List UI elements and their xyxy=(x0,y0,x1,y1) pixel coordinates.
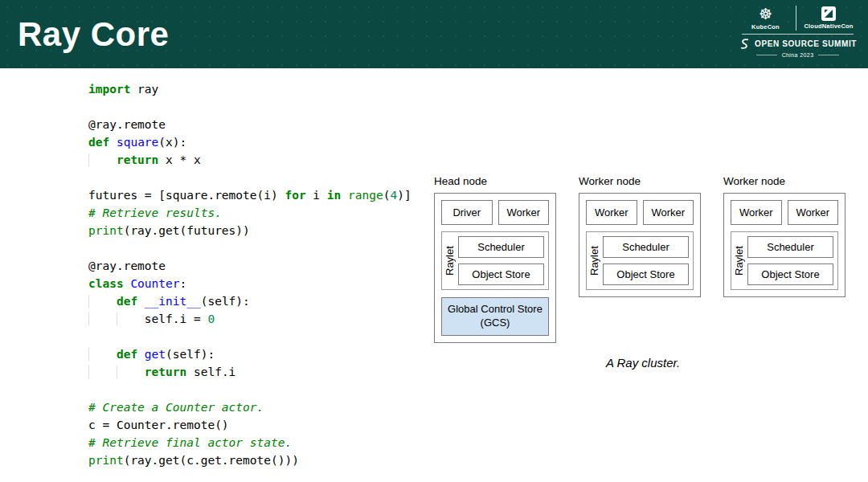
process-box-worker: Worker xyxy=(498,200,550,225)
code-token: square xyxy=(117,136,158,149)
code-token: def xyxy=(88,136,109,149)
indent-guide-line xyxy=(88,295,89,308)
code-token: ray xyxy=(130,83,158,96)
code-token: # Retrieve results. xyxy=(88,206,222,219)
code-token: range xyxy=(348,189,383,202)
node-title: Worker node xyxy=(723,175,845,187)
code-token: 0 xyxy=(207,312,215,325)
code-token: # Retrieve final actor state. xyxy=(88,436,292,449)
code-token: x * x xyxy=(158,153,200,166)
global-control-store-box: Global Control Store (GCS) xyxy=(441,297,549,336)
code-token: get xyxy=(145,348,166,361)
location-rule-left xyxy=(756,55,777,55)
raylet-stack: SchedulerObject Store xyxy=(603,236,689,285)
code-token: return xyxy=(145,366,186,378)
node-title: Worker node xyxy=(579,175,701,187)
node-box: WorkerWorkerRayletSchedulerObject Store xyxy=(579,193,701,297)
process-row: WorkerWorker xyxy=(731,200,838,225)
code-line: futures = [square.remote(i) for i in ran… xyxy=(88,186,411,204)
indent-guide-line xyxy=(117,312,117,325)
code-line xyxy=(88,98,411,116)
code-line xyxy=(88,169,411,186)
component-box-scheduler: Scheduler xyxy=(747,236,833,258)
code-line xyxy=(88,239,411,257)
code-line xyxy=(88,381,411,398)
code-line: self.i = 0 xyxy=(88,310,411,328)
cloudnativecon-label: CloudNativeCon xyxy=(804,22,853,30)
code-token: (self): xyxy=(166,348,215,361)
code-token: print xyxy=(88,454,124,467)
code-token: 4 xyxy=(390,189,397,202)
code-token: (ray.get(c.get.remote())) xyxy=(124,454,299,467)
code-token: @ray.remote xyxy=(88,259,166,272)
code-line: # Create a Counter actor. xyxy=(88,398,411,416)
code-line: def square(x): xyxy=(88,133,411,151)
process-box-driver: Driver xyxy=(441,200,493,225)
indent-guide-line xyxy=(117,366,117,378)
code-token: class xyxy=(88,277,124,290)
code-line: c = Counter.remote() xyxy=(88,416,411,434)
code-line: def __init__(self): xyxy=(88,292,411,310)
slide-content: import ray @ray.remotedef square(x): ret… xyxy=(0,68,868,482)
raylet-group: RayletSchedulerObject Store xyxy=(441,231,549,290)
process-box-worker: Worker xyxy=(586,200,637,225)
code-token: : xyxy=(180,277,187,290)
component-box-scheduler: Scheduler xyxy=(603,236,689,258)
process-box-worker: Worker xyxy=(788,200,839,225)
raylet-stack: SchedulerObject Store xyxy=(747,236,833,285)
code-token: (ray.get(futures)) xyxy=(124,224,250,237)
code-line xyxy=(88,328,411,345)
code-line: # Retrieve final actor state. xyxy=(88,434,411,451)
component-box-scheduler: Scheduler xyxy=(458,236,544,258)
code-line: class Counter: xyxy=(88,275,411,292)
code-line: print(ray.get(futures)) xyxy=(88,222,411,239)
process-box-worker: Worker xyxy=(731,200,782,225)
cloudnativecon-logo: CloudNativeCon xyxy=(804,6,853,30)
code-token: return xyxy=(117,153,158,166)
process-row: DriverWorker xyxy=(441,200,549,225)
raylet-group: RayletSchedulerObject Store xyxy=(586,231,694,290)
kubecon-wheel-icon: ☸ xyxy=(759,6,772,22)
cluster-node: Worker nodeWorkerWorkerRayletSchedulerOb… xyxy=(579,175,701,343)
code-token xyxy=(88,295,117,308)
code-token: )] xyxy=(397,189,411,202)
code-line: return x * x xyxy=(88,151,411,169)
raylet-group: RayletSchedulerObject Store xyxy=(731,231,838,290)
code-line: import ray xyxy=(88,80,411,98)
code-token: (x): xyxy=(158,136,186,149)
code-token: @ray.remote xyxy=(88,118,166,131)
code-token: self.i = xyxy=(88,312,207,325)
kubecon-label: KubeCon xyxy=(751,23,780,31)
summit-label: OPEN SOURCE SUMMIT xyxy=(755,39,857,48)
indent-guide-line xyxy=(88,366,89,378)
raylet-label: Raylet xyxy=(733,236,745,285)
cluster-node: Head nodeDriverWorkerRayletSchedulerObje… xyxy=(434,175,556,343)
cluster-node: Worker nodeWorkerWorkerRayletSchedulerOb… xyxy=(723,175,845,343)
code-token xyxy=(137,348,145,361)
code-token: def xyxy=(117,295,137,308)
logo-divider xyxy=(796,6,796,31)
code-token xyxy=(341,189,348,202)
conference-logos: ☸ KubeCon CloudNativeCon xyxy=(742,6,853,35)
code-token: c = Counter.remote() xyxy=(88,419,229,431)
code-token xyxy=(88,348,117,361)
code-token: print xyxy=(88,224,124,237)
code-token: futures = [square.remote(i) xyxy=(88,189,285,202)
slide-header: Ray Core ☸ KubeCon CloudNativeCon xyxy=(0,0,868,68)
code-token xyxy=(109,136,117,149)
raylet-label: Raylet xyxy=(588,236,600,285)
indent-guide-line xyxy=(88,312,89,325)
indent-guide-line xyxy=(88,348,89,361)
raylet-label: Raylet xyxy=(444,236,456,285)
indent-guide-line xyxy=(88,153,89,166)
location-label: China 2023 xyxy=(782,52,814,58)
node-box: WorkerWorkerRayletSchedulerObject Store xyxy=(723,193,845,297)
conference-branding: ☸ KubeCon CloudNativeCon OPEN SO xyxy=(739,6,857,58)
kubecon-logo: ☸ KubeCon xyxy=(742,6,788,31)
summit-s-icon xyxy=(739,38,751,50)
code-token: __init__ xyxy=(145,295,201,308)
process-row: WorkerWorker xyxy=(586,200,694,225)
location-rule-right xyxy=(818,55,839,55)
page-title: Ray Core xyxy=(18,15,169,54)
node-box: DriverWorkerRayletSchedulerObject StoreG… xyxy=(434,193,556,343)
